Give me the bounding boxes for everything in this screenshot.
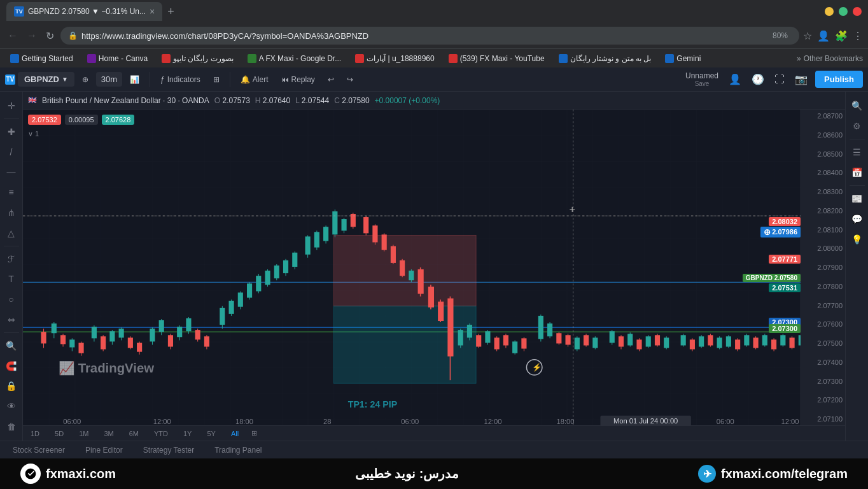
magnet-tool[interactable]: 🧲 (3, 357, 20, 375)
svg-rect-159 (771, 339, 776, 349)
trash-tool[interactable]: 🗑 (3, 418, 20, 436)
lock-tool[interactable]: 🔒 (3, 378, 20, 395)
svg-rect-133 (646, 336, 651, 346)
more-bookmarks-button[interactable]: » Other Bookmarks (797, 54, 863, 63)
watchlist-btn[interactable]: ☰ (848, 143, 866, 161)
tf-ytd[interactable]: YTD (151, 429, 171, 439)
news-btn[interactable]: 📰 (848, 190, 866, 208)
measure-tool[interactable]: ⇔ (3, 311, 20, 329)
settings-right-btn[interactable]: ⚙ (848, 117, 866, 135)
bookmark-getting-started[interactable]: Getting Started (5, 53, 78, 64)
gann-tool[interactable]: △ (3, 224, 20, 242)
user-icon-btn[interactable]: 👤 (726, 71, 744, 88)
strategy-tester-tab[interactable]: Strategy Tester (138, 443, 199, 457)
svg-rect-161 (780, 335, 785, 345)
svg-rect-17 (78, 343, 83, 353)
stock-screener-tab[interactable]: Stock Screener (8, 443, 70, 457)
zoom-level: 80% (769, 30, 792, 41)
ideas-btn[interactable]: 💡 (848, 230, 866, 248)
tf-1m[interactable]: 1M (76, 429, 91, 439)
back-button[interactable]: ← (5, 27, 20, 44)
tf-3m[interactable]: 3M (101, 429, 116, 439)
menu-icon[interactable]: ⋮ (853, 30, 863, 42)
bottom-panel: Stock Screener Pine Editor Strategy Test… (0, 441, 868, 458)
maximize-button[interactable] (839, 7, 848, 16)
fib-tool[interactable]: ℱ (3, 250, 20, 268)
cursor-tool[interactable]: ✛ (3, 97, 20, 115)
tf-all[interactable]: All (228, 429, 241, 439)
bookmark-nooshyar[interactable]: بل به متن و نوشتار رایگان (554, 53, 657, 64)
high-value: H 2.07640 (255, 96, 290, 105)
clock-icon-btn[interactable]: 🕐 (749, 71, 767, 88)
unnamed-save-area[interactable]: Unnamed Save (685, 71, 718, 87)
tf-1d[interactable]: 1D (28, 429, 42, 439)
timeframe-selector[interactable]: 30m (96, 72, 122, 87)
minimize-button[interactable] (825, 7, 834, 16)
zoom-right-btn[interactable]: 🔍 (848, 97, 866, 115)
refresh-button[interactable]: ↻ (43, 27, 57, 45)
trading-panel-tab[interactable]: Trading Panel (209, 443, 267, 457)
text-tool[interactable]: T (3, 271, 20, 288)
tab-close-button[interactable]: × (150, 6, 155, 17)
chart-type-btn[interactable]: 📊 (125, 73, 144, 87)
bookmark-star-icon[interactable]: ☆ (803, 30, 812, 42)
fullscreen-icon-btn[interactable]: ⛶ (772, 71, 787, 88)
eye-tool[interactable]: 👁 (3, 397, 20, 415)
svg-rect-97 (467, 325, 472, 337)
svg-rect-19 (92, 327, 97, 338)
redo-button[interactable]: ↪ (342, 73, 358, 87)
bookmark-taypo[interactable]: بصورت رایگان تایپو (157, 53, 239, 64)
crosshair-tool[interactable]: ✚ (3, 123, 20, 141)
tf-1y[interactable]: 1Y (181, 429, 194, 439)
unnamed-label: Unnamed (685, 71, 718, 80)
horizontal-line-tool[interactable]: — (3, 163, 20, 181)
alert-button[interactable]: 🔔 Alert (235, 73, 274, 87)
symbol-selector[interactable]: GBPNZD ▼ (18, 72, 74, 87)
chat-btn[interactable]: 💬 (848, 210, 866, 228)
svg-text:⚡: ⚡ (532, 362, 542, 372)
price-tags-area: 2.07532 0.00095 2.07628 (28, 115, 134, 125)
new-tab-button[interactable]: + (167, 5, 174, 18)
tool-separator (4, 118, 19, 119)
address-bar[interactable]: 🔒 https://www.tradingview.com/chart/08PD… (60, 27, 799, 45)
shape-tool[interactable]: ○ (3, 290, 20, 308)
tf-6m[interactable]: 6M (127, 429, 141, 439)
publish-button[interactable]: Publish (815, 71, 863, 88)
bookmark-fx-maxi[interactable]: A FX Maxi - Google Dr... (242, 53, 346, 64)
browser-tab[interactable]: TV GBPNZD 2.07580 ▼ −0.31% Un... × (6, 2, 162, 21)
price-label-12: 2.07600 (804, 320, 843, 328)
templates-btn[interactable]: ⊞ (208, 73, 225, 87)
calendar-btn[interactable]: 📅 (848, 164, 866, 181)
indicators-button[interactable]: ƒ Indicators (155, 73, 206, 87)
extensions-icon[interactable]: 🧩 (835, 30, 848, 42)
replay-button[interactable]: ⏮ Replay (276, 73, 320, 87)
svg-rect-149 (726, 336, 731, 346)
plus-icon-btn[interactable]: ⊕ (77, 73, 94, 87)
svg-rect-57 (274, 266, 279, 278)
bookmark-youtube[interactable]: (539) FX Maxi - YouTube (444, 53, 550, 64)
tf-5y[interactable]: 5Y (204, 429, 218, 439)
candlestick-chart: + TP1: 24 PIP TP2: 47 PIP ⚡ 06:00 12:00 … (23, 110, 845, 425)
alert-icon: 🔔 (241, 75, 250, 84)
bookmark-canva[interactable]: Home - Canva (82, 53, 153, 64)
right-toolbar: 🔍 ⚙ ☰ 📅 📰 💬 💡 (845, 92, 868, 441)
fork-tool[interactable]: ⋔ (3, 204, 20, 222)
channel-tool[interactable]: ≡ (3, 183, 20, 201)
fxmaxi-logo-icon (20, 464, 41, 484)
bookmark-aparat[interactable]: آپارات | u_18888960 (350, 53, 440, 64)
zoom-in-tool[interactable]: 🔍 (3, 337, 20, 355)
close-button[interactable] (853, 7, 862, 16)
profile-icon[interactable]: 👤 (817, 30, 830, 42)
lock-icon: 🔒 (68, 31, 78, 40)
compare-button[interactable]: ⊞ (251, 429, 257, 437)
tf-5d[interactable]: 5D (52, 429, 66, 439)
snapshot-icon-btn[interactable]: 📷 (792, 71, 810, 88)
chart-body[interactable]: 2.07532 0.00095 2.07628 ∨ 1 (23, 110, 845, 425)
trend-line-tool[interactable]: / (3, 143, 20, 161)
bookmark-gemini[interactable]: Gemini (660, 53, 706, 64)
svg-text:18:00: 18:00 (235, 418, 253, 425)
price-label-7: 2.08100 (804, 226, 843, 234)
undo-button[interactable]: ↩ (323, 73, 339, 87)
pine-editor-tab[interactable]: Pine Editor (80, 443, 128, 457)
forward-button[interactable]: → (24, 27, 39, 44)
